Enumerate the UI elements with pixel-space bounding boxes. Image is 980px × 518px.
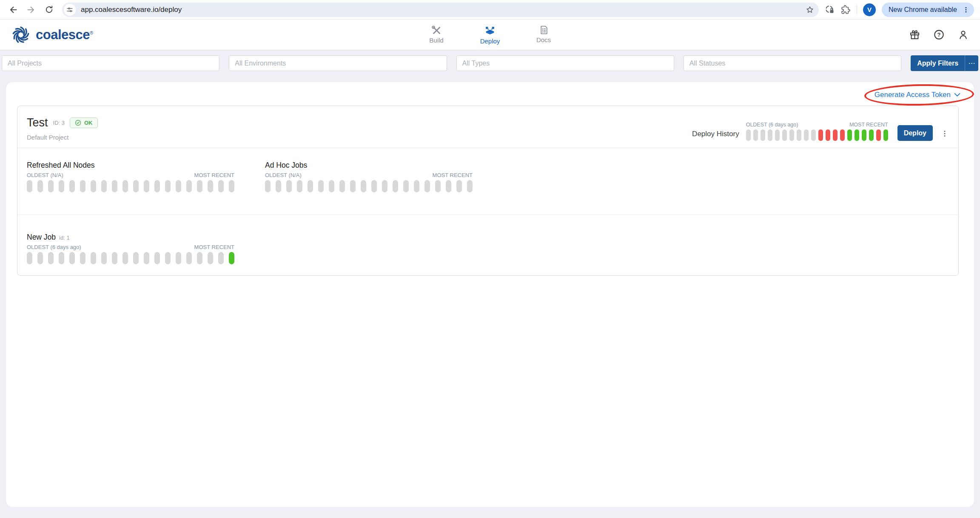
job-recent-label: MOST RECENT (433, 172, 473, 178)
history-bar-red (818, 129, 823, 141)
history-bar-gray (286, 180, 292, 192)
gift-icon[interactable] (909, 29, 920, 40)
history-bar-gray (154, 180, 160, 192)
history-bar-gray (208, 252, 213, 264)
tab-build-label: Build (429, 37, 443, 44)
tab-build[interactable]: Build (420, 25, 453, 45)
history-bar-gray (37, 252, 43, 264)
job-title: Ad Hoc Jobs (265, 161, 307, 170)
coalesce-swirl-icon (11, 25, 31, 45)
history-recent-label: MOST RECENT (849, 122, 888, 128)
reload-icon[interactable] (42, 3, 56, 17)
filter-projects-input[interactable] (2, 55, 219, 71)
main-nav: Build Deploy Docs (420, 25, 560, 45)
history-bar-gray (424, 180, 430, 192)
history-oldest-label: OLDEST (6 days ago) (746, 122, 798, 128)
browser-menu-icon (962, 6, 970, 14)
history-bar-gray (753, 129, 758, 141)
history-bar-gray (144, 180, 149, 192)
filter-types-input[interactable] (456, 55, 674, 71)
back-icon[interactable] (6, 3, 20, 17)
history-bar-gray (165, 180, 171, 192)
deploy-button[interactable]: Deploy (897, 125, 933, 141)
history-bar-gray (133, 252, 139, 264)
history-bar-gray (276, 180, 281, 192)
check-circle-icon (75, 120, 81, 126)
deploy-box-icon (484, 25, 496, 37)
tracking-protection-icon[interactable] (825, 5, 835, 15)
history-bar-gray (122, 180, 128, 192)
history-bar-red (840, 129, 845, 141)
user-profile-icon[interactable] (957, 29, 969, 40)
generate-access-token-link[interactable]: Generate Access Token (875, 91, 963, 99)
coalesce-logo[interactable]: coalesce® (11, 25, 93, 45)
history-bar-gray (112, 252, 117, 264)
history-bar-gray (208, 180, 213, 192)
history-bar-gray (297, 180, 302, 192)
job-oldest-label: OLDEST (N/A) (27, 172, 63, 178)
filter-statuses-input[interactable] (684, 55, 901, 71)
filter-environments-input[interactable] (229, 55, 447, 71)
history-bar-gray (456, 180, 462, 192)
browser-toolbar: app.coalescesoftware.io/deploy V New Chr… (0, 0, 980, 20)
status-badge: OK (70, 117, 98, 128)
extensions-icon[interactable] (841, 5, 851, 14)
history-bar-red (833, 129, 838, 141)
address-bar[interactable]: app.coalescesoftware.io/deploy (62, 3, 819, 17)
url-text[interactable]: app.coalescesoftware.io/deploy (81, 6, 805, 14)
history-bar-gray (371, 180, 377, 192)
tab-docs-label: Docs (536, 36, 551, 43)
project-info: Test ID: 3 OK Default Project (27, 116, 98, 141)
history-bar-gray (218, 252, 224, 264)
job-recent-label: MOST RECENT (194, 172, 234, 178)
history-bar-gray (403, 180, 409, 192)
history-bar-gray (361, 180, 366, 192)
project-card: Test ID: 3 OK Default Project Deploy His… (17, 106, 959, 276)
kebab-menu-icon[interactable] (940, 129, 949, 138)
history-bar-gray (154, 252, 160, 264)
history-bar-gray (186, 252, 192, 264)
help-icon[interactable]: ? (933, 29, 945, 40)
toolbar-separator (857, 6, 857, 14)
history-bar-gray (768, 129, 772, 141)
job-history-bars (27, 180, 234, 192)
site-info-icon[interactable] (64, 4, 76, 16)
history-bar-gray (69, 252, 75, 264)
history-bar-gray (27, 252, 32, 264)
history-bar-gray (101, 252, 107, 264)
filters-more-button[interactable]: ⋯ (965, 55, 978, 71)
history-bar-gray (811, 129, 816, 141)
history-bar-gray (37, 180, 43, 192)
history-bar-gray (197, 252, 202, 264)
job-oldest-label: OLDEST (N/A) (265, 172, 302, 178)
chrome-update-pill[interactable]: New Chrome available (882, 3, 974, 17)
bookmark-star-icon[interactable] (805, 5, 815, 14)
history-bar-green (229, 252, 234, 264)
history-bar-gray (101, 180, 107, 192)
coalesce-wordmark: coalesce® (36, 27, 93, 43)
history-bar-green (847, 129, 852, 141)
job-history-bars (27, 252, 234, 264)
history-bar-gray (318, 180, 324, 192)
history-bar-green (869, 129, 874, 141)
tab-deploy-label: Deploy (480, 37, 500, 45)
history-bar-gray (414, 180, 419, 192)
chevron-down-icon (954, 93, 960, 97)
docs-icon (538, 25, 549, 35)
history-bar-gray (775, 129, 780, 141)
svg-text:?: ? (937, 31, 941, 38)
browser-profile-avatar[interactable]: V (863, 3, 876, 16)
apply-filters-button[interactable]: Apply Filters (911, 55, 965, 71)
history-bar-gray (761, 129, 765, 141)
history-bar-gray (467, 180, 473, 192)
forward-icon[interactable] (24, 3, 38, 17)
history-bar-gray (382, 180, 387, 192)
history-bar-gray (782, 129, 787, 141)
tab-deploy[interactable]: Deploy (474, 25, 506, 45)
tab-docs[interactable]: Docs (527, 25, 560, 45)
history-bar-gray (91, 180, 96, 192)
history-bar-green (862, 129, 866, 141)
job-refreshed-all-nodes: Refreshed All Nodes OLDEST (N/A) MOST RE… (27, 161, 234, 192)
deploy-history-bars (746, 129, 888, 141)
history-bar-gray (59, 180, 64, 192)
